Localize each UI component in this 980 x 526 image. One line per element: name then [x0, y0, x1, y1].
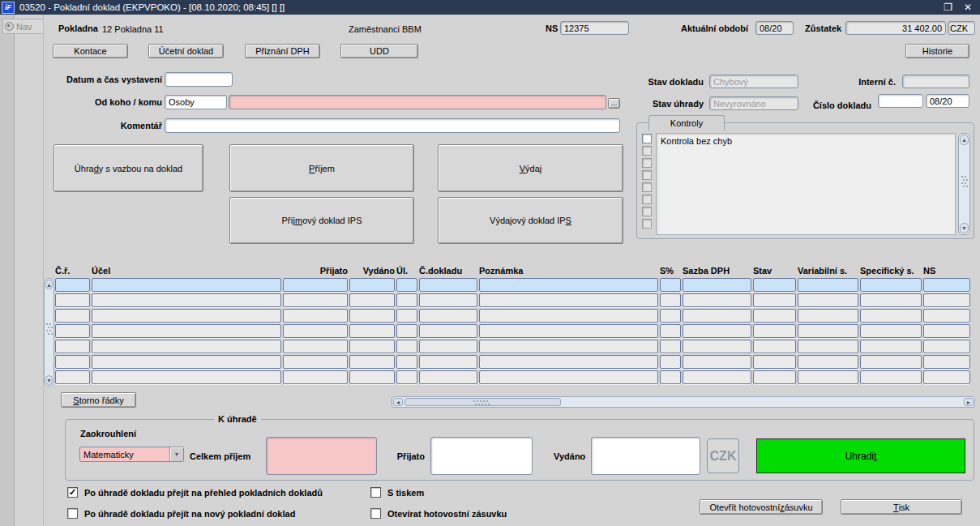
- datum-input[interactable]: [165, 72, 233, 87]
- table-cell[interactable]: [92, 309, 281, 323]
- table-cell[interactable]: [660, 309, 681, 323]
- table-cell[interactable]: [479, 309, 658, 323]
- table-cell[interactable]: [753, 293, 796, 307]
- vydajovy-doklad-ips-button[interactable]: Výdajový doklad IPS: [438, 197, 623, 244]
- table-cell[interactable]: [923, 340, 970, 353]
- scroll-down-icon[interactable]: ▼: [960, 223, 969, 233]
- table-cell[interactable]: [753, 370, 796, 384]
- table-cell[interactable]: [923, 355, 970, 369]
- table-cell[interactable]: [798, 340, 858, 353]
- table-cell[interactable]: [683, 278, 751, 292]
- table-cell[interactable]: [419, 293, 477, 307]
- uhrady-s-vazbou-button[interactable]: Úhrady s vazbou na doklad: [53, 144, 203, 192]
- table-cell[interactable]: [349, 370, 395, 384]
- column-header-13[interactable]: NS: [923, 266, 970, 276]
- table-cell[interactable]: [349, 293, 395, 307]
- column-header-6[interactable]: Č.dokladu: [419, 266, 477, 276]
- column-header-9[interactable]: Sazba DPH: [683, 266, 751, 276]
- table-cell[interactable]: [660, 278, 681, 292]
- table-cell[interactable]: [283, 340, 348, 353]
- table-cell[interactable]: [860, 324, 922, 338]
- ns-field[interactable]: 12375: [560, 21, 629, 35]
- table-cell[interactable]: [349, 355, 395, 369]
- table-cell[interactable]: [798, 355, 858, 369]
- kontroly-checkbox[interactable]: [642, 146, 652, 156]
- obdobi-field[interactable]: 08/20: [755, 21, 794, 35]
- zaokrouhleni-select[interactable]: Matematicky ▼: [79, 447, 184, 462]
- ucetni-doklad-button[interactable]: Účetní doklad: [148, 44, 224, 58]
- kontroly-checkbox[interactable]: [642, 134, 652, 143]
- table-cell[interactable]: [479, 278, 658, 292]
- table-cell[interactable]: [753, 309, 796, 323]
- table-cell[interactable]: [55, 370, 90, 384]
- table-cell[interactable]: [860, 278, 922, 292]
- column-header-3[interactable]: Přijato: [283, 266, 348, 276]
- column-header-4[interactable]: Vydáno: [349, 266, 395, 276]
- kontace-button[interactable]: Kontace: [53, 44, 128, 58]
- kontroly-checkbox[interactable]: [642, 207, 652, 216]
- table-cell[interactable]: [396, 340, 417, 353]
- table-cell[interactable]: [283, 370, 348, 384]
- table-cell[interactable]: [753, 278, 796, 292]
- table-cell[interactable]: [283, 309, 348, 323]
- table-cell[interactable]: [479, 293, 658, 307]
- table-cell[interactable]: [92, 340, 281, 353]
- odkoho-lookup-button[interactable]: ...: [608, 98, 620, 109]
- table-cell[interactable]: [349, 324, 395, 338]
- table-cell[interactable]: [753, 324, 796, 338]
- kontroly-list[interactable]: Kontrola bez chyb: [656, 133, 956, 235]
- table-cell[interactable]: [92, 370, 281, 384]
- table-cell[interactable]: [396, 324, 417, 338]
- scroll-up-icon[interactable]: ▲: [45, 280, 53, 289]
- table-cell[interactable]: [923, 324, 970, 338]
- table-cell[interactable]: [660, 340, 681, 353]
- vydano-input[interactable]: [591, 437, 700, 475]
- column-header-10[interactable]: Stav: [753, 266, 796, 276]
- cislo-obdobi-field[interactable]: 08/20: [926, 94, 969, 108]
- table-cell[interactable]: [660, 324, 681, 338]
- table-cell[interactable]: [349, 309, 395, 323]
- table-cell[interactable]: [92, 293, 281, 307]
- table-cell[interactable]: [660, 355, 681, 369]
- chevron-down-icon[interactable]: ▼: [169, 447, 183, 461]
- column-header-12[interactable]: Specifický s.: [860, 266, 922, 276]
- table-cell[interactable]: [419, 370, 477, 384]
- prejit-novy-checkbox[interactable]: [67, 508, 78, 519]
- table-cell[interactable]: [753, 340, 796, 353]
- s-tiskem-checkbox[interactable]: [370, 487, 381, 498]
- table-cell[interactable]: [860, 340, 922, 353]
- table-cell[interactable]: [419, 278, 477, 292]
- table-cell[interactable]: [419, 355, 477, 369]
- table-cell[interactable]: [660, 370, 681, 384]
- table-h-scrollbar[interactable]: ◄ ►: [392, 396, 975, 408]
- prejit-prehled-checkbox[interactable]: ✓: [67, 487, 78, 498]
- table-cell[interactable]: [923, 278, 970, 292]
- table-cell[interactable]: [683, 309, 751, 323]
- close-window-icon[interactable]: ✕: [964, 2, 972, 12]
- prijmovy-doklad-ips-button[interactable]: Příjmový doklad IPS: [229, 197, 414, 244]
- udd-button[interactable]: UDD: [340, 44, 418, 58]
- table-left-scrollbar[interactable]: ▲ ▼: [44, 278, 54, 387]
- prijato-input[interactable]: [430, 437, 533, 475]
- table-cell[interactable]: [349, 340, 395, 353]
- priznani-dph-button[interactable]: Přiznání DPH: [245, 44, 320, 58]
- table-cell[interactable]: [396, 355, 417, 369]
- column-header-2[interactable]: Účel: [92, 266, 281, 276]
- table-cell[interactable]: [683, 355, 751, 369]
- otevrit-zasuvku-button[interactable]: Otevřít hotovostní zásuvku: [700, 499, 823, 515]
- tisk-button[interactable]: Tisk: [841, 499, 962, 515]
- table-cell[interactable]: [860, 293, 922, 307]
- table-cell[interactable]: [753, 355, 796, 369]
- komentar-input[interactable]: [165, 118, 620, 133]
- otevirat-zasuvku-checkbox[interactable]: [370, 508, 381, 519]
- scroll-down-icon[interactable]: ▼: [45, 375, 53, 385]
- table-cell[interactable]: [396, 370, 417, 384]
- table-cell[interactable]: [55, 293, 90, 307]
- odkoho-input[interactable]: [229, 95, 606, 109]
- table-cell[interactable]: [683, 293, 751, 307]
- prijem-button[interactable]: Příjem: [229, 144, 414, 192]
- table-cell[interactable]: [798, 324, 858, 338]
- table-cell[interactable]: [55, 340, 90, 353]
- table-cell[interactable]: [419, 340, 477, 353]
- table-cell[interactable]: [396, 309, 417, 323]
